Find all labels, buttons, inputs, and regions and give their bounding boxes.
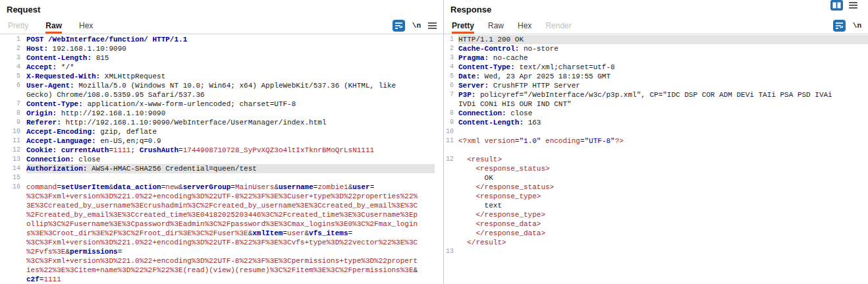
code-line: 13Connection: close <box>0 155 443 164</box>
line-number: 11 <box>0 136 26 146</box>
line-number: 5 <box>444 72 458 81</box>
soft-wrap-icon[interactable] <box>393 20 405 32</box>
line-number <box>0 201 26 210</box>
code-line: 11<?xml version="1.0" encoding="UTF-8"?> <box>444 136 868 146</box>
line-number: 2 <box>0 44 26 53</box>
line-number <box>444 210 458 219</box>
line-number: 9 <box>444 118 458 127</box>
line-number: 7 <box>444 90 458 99</box>
response-top-controls <box>830 0 857 11</box>
code-line: 4Accept: */* <box>0 63 443 72</box>
line-number <box>0 275 26 284</box>
line-number <box>0 247 26 256</box>
code-line: 5X-Requested-With: XMLHttpRequest <box>0 72 443 81</box>
code-line: text <box>444 201 868 210</box>
line-number: 5 <box>0 72 26 81</box>
code-line: %2Fcreated_by_email%3E%3Ccreated_time%3E… <box>0 210 443 219</box>
line-number <box>0 192 26 201</box>
line-number: 7 <box>0 99 26 109</box>
code-line: 14Authorization: AWS4-HMAC-SHA256 Creden… <box>0 164 443 173</box>
line-number: 12 <box>444 155 458 164</box>
code-line: </response_type> <box>444 210 868 219</box>
request-tab-toolbar: \n <box>393 20 437 32</box>
code-line: 15 <box>0 173 443 183</box>
code-line: 9Content-Length: 163 <box>444 118 868 127</box>
newline-toggle[interactable]: \n <box>853 22 861 30</box>
code-line: Gecko) Chrome/108.0.5359.95 Safari/537.3… <box>0 90 443 99</box>
line-number: 2 <box>444 44 458 53</box>
tab-hex[interactable]: Hex <box>518 21 531 34</box>
request-tabbar: Pretty Raw Hex \n <box>0 18 443 34</box>
response-tabbar: Pretty Raw Hex Render \n <box>444 18 868 34</box>
line-number: 8 <box>444 109 458 118</box>
code-line: s%3E%3Croot_dir%3E%2F%3C%2Froot_dir%3E%3… <box>0 229 443 238</box>
code-line: 10 <box>444 127 868 136</box>
code-line: 9Referer: http://192.168.1.10:9090/WebIn… <box>0 118 443 127</box>
line-number <box>0 266 26 275</box>
code-line: </result> <box>444 238 868 247</box>
line-number: 10 <box>444 127 458 136</box>
tab-render[interactable]: Render <box>545 21 571 34</box>
code-line: 7P3P: policyref="/WebInterface/w3c/p3p.x… <box>444 90 868 99</box>
line-number: 1 <box>0 35 26 44</box>
line-number <box>0 210 26 219</box>
code-line: ies%22%3E%3Citem+name%3D%22%2F%22%3E(rea… <box>0 266 443 275</box>
code-line: %3C%3Fxml+version%3D%221.0%22+encoding%3… <box>0 192 443 201</box>
line-number: 16 <box>0 183 26 192</box>
code-line: 12Cookie: currentAuth=1111; CrushAuth=17… <box>0 146 443 155</box>
code-line: 6Server: CrushFTP HTTP Server <box>444 81 868 90</box>
line-number: 13 <box>0 155 26 164</box>
line-number <box>444 164 458 173</box>
code-line: 2Cache-Control: no-store <box>444 44 868 53</box>
code-line: 12 <result> <box>444 155 868 164</box>
menu-icon[interactable] <box>849 1 857 10</box>
line-number: 12 <box>0 146 26 155</box>
line-number: 10 <box>0 127 26 136</box>
menu-icon[interactable] <box>428 21 437 30</box>
soft-wrap-icon[interactable] <box>833 20 846 32</box>
line-number <box>444 99 458 109</box>
code-line: 3Content-Length: 815 <box>0 53 443 63</box>
code-line: 5Date: Wed, 23 Apr 2025 18:19:55 GMT <box>444 72 868 81</box>
tab-raw[interactable]: Raw <box>45 21 62 34</box>
line-number: 4 <box>0 63 26 72</box>
request-code[interactable]: 1POST /WebInterface/function/ HTTP/1.12H… <box>0 35 443 284</box>
code-line: 8Connection: close <box>444 109 868 118</box>
line-number: 1 <box>444 35 458 44</box>
code-line: OK <box>444 173 868 183</box>
editor-split: Request Pretty Raw Hex \n 1POST /WebInte… <box>0 0 868 284</box>
line-number <box>0 256 26 266</box>
code-line: 1HTTP/1.1 200 OK <box>444 35 868 44</box>
line-number: 13 <box>444 247 458 256</box>
line-number <box>0 219 26 229</box>
code-line: 1POST /WebInterface/function/ HTTP/1.1 <box>0 35 443 44</box>
line-number <box>0 90 26 99</box>
line-number <box>444 229 458 238</box>
tab-hex[interactable]: Hex <box>79 21 93 34</box>
line-number <box>444 146 458 155</box>
line-number <box>444 201 458 210</box>
code-line: 7Content-Type: application/x-www-form-ur… <box>0 99 443 109</box>
response-tab-toolbar: \n <box>833 20 861 32</box>
request-title: Request <box>0 0 443 18</box>
line-number: 14 <box>0 164 26 173</box>
newline-toggle[interactable]: \n <box>412 22 421 30</box>
code-line: 6User-Agent: Mozilla/5.0 (Windows NT 10.… <box>0 81 443 90</box>
tab-pretty[interactable]: Pretty <box>8 21 28 34</box>
code-line: <response_data> <box>444 219 868 229</box>
line-number <box>0 238 26 247</box>
line-number: 6 <box>0 81 26 90</box>
code-line: 3E%3Ccreated_by_username%3Ecrushadmin%3C… <box>0 201 443 210</box>
code-line: </response_data> <box>444 229 868 238</box>
code-line: 2Host: 192.168.1.10:9090 <box>0 44 443 53</box>
tab-raw[interactable]: Raw <box>488 21 504 34</box>
line-number <box>444 183 458 192</box>
split-columns-icon[interactable] <box>830 0 843 11</box>
code-line: 3Pragma: no-cache <box>444 53 868 63</box>
response-code[interactable]: 1HTTP/1.1 200 OK2Cache-Control: no-store… <box>444 35 868 284</box>
code-line: IVDi CONi HIS OUR IND CNT" <box>444 99 868 109</box>
tab-pretty[interactable]: Pretty <box>452 21 474 34</box>
code-line: 16command=setUserItem&data_action=new&se… <box>0 183 443 192</box>
code-line: </response_status> <box>444 183 868 192</box>
code-line: <response_type> <box>444 192 868 201</box>
